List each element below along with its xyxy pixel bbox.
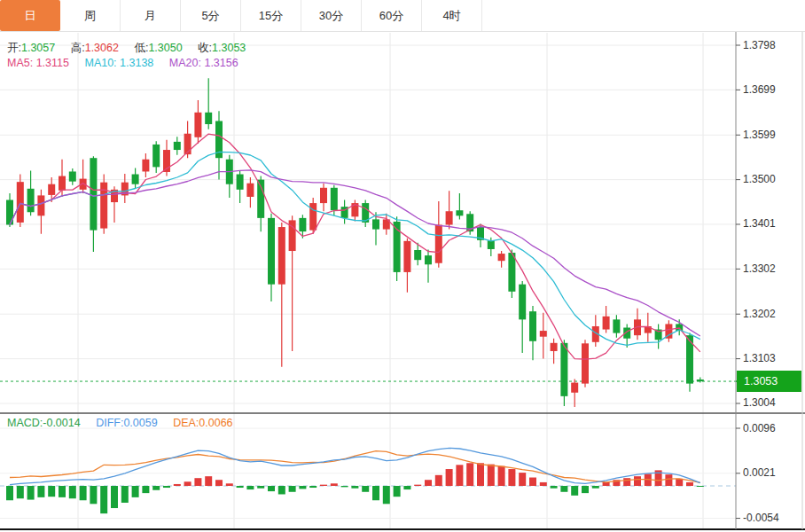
ma-readout: MA5: 1.3115 MA10: 1.3138 MA20: 1.3156: [7, 57, 251, 69]
diff-label: DIFF:: [96, 417, 123, 429]
price-axis-label: 1.3103: [743, 352, 801, 365]
low-value: 1.3050: [148, 42, 182, 54]
price-axis-label: 1.3500: [743, 173, 801, 186]
low-label: 低:: [134, 42, 148, 54]
tab-5分[interactable]: 5分: [181, 0, 241, 31]
tab-月[interactable]: 月: [121, 0, 181, 31]
trading-chart-app: 日周月5分15分30分60分4时 开:1.3057 高:1.3062 低:1.3…: [0, 0, 805, 532]
macd-axis-label: 0.0021: [743, 466, 801, 480]
open-value: 1.3057: [21, 42, 55, 54]
interval-tab-bar: 日周月5分15分30分60分4时: [0, 0, 805, 32]
tab-30分[interactable]: 30分: [301, 0, 362, 31]
macd-label: MACD:: [7, 417, 43, 429]
price-axis-label: 1.3699: [743, 83, 801, 97]
macd-readout: MACD:-0.0014 DIFF:0.0059 DEA:0.0066: [7, 417, 246, 429]
candlestick-chart[interactable]: [0, 0, 805, 532]
price-axis-label: 1.3599: [743, 129, 801, 142]
ma5-label: MA5:: [7, 57, 33, 69]
tab-60分[interactable]: 60分: [362, 0, 422, 31]
open-label: 开:: [7, 42, 21, 54]
ma5-value: 1.3115: [36, 57, 69, 69]
dea-value: 0.0066: [199, 417, 232, 429]
diff-value: 0.0059: [123, 417, 157, 429]
current-price-value: 1.3053: [744, 375, 778, 387]
close-label: 收:: [198, 42, 212, 54]
price-axis-label: 1.3202: [743, 308, 801, 321]
price-axis-label: 1.3401: [743, 217, 801, 231]
macd-axis-label: 0.0096: [743, 422, 801, 435]
ma20-value: 1.3156: [204, 57, 238, 69]
high-label: 高:: [71, 42, 85, 54]
price-axis-label: 1.3004: [743, 396, 801, 410]
tab-日[interactable]: 日: [0, 0, 60, 31]
current-price-badge: 1.3053: [737, 371, 801, 392]
high-value: 1.3062: [85, 42, 119, 54]
macd-value: -0.0014: [43, 417, 80, 429]
ma10-label: MA10:: [84, 57, 116, 69]
price-axis-label: 1.3302: [743, 262, 801, 276]
tab-15分[interactable]: 15分: [241, 0, 301, 31]
macd-axis-label: -0.0054: [743, 512, 801, 525]
quote-readout: 开:1.3057 高:1.3062 低:1.3050 收:1.3053: [7, 41, 258, 56]
close-value: 1.3053: [212, 42, 246, 54]
tab-4时[interactable]: 4时: [422, 0, 482, 31]
tab-周[interactable]: 周: [60, 0, 121, 31]
ma20-label: MA20:: [169, 57, 201, 69]
dea-label: DEA:: [173, 417, 199, 429]
price-axis-label: 1.3798: [743, 39, 801, 52]
ma10-value: 1.3138: [120, 57, 153, 69]
